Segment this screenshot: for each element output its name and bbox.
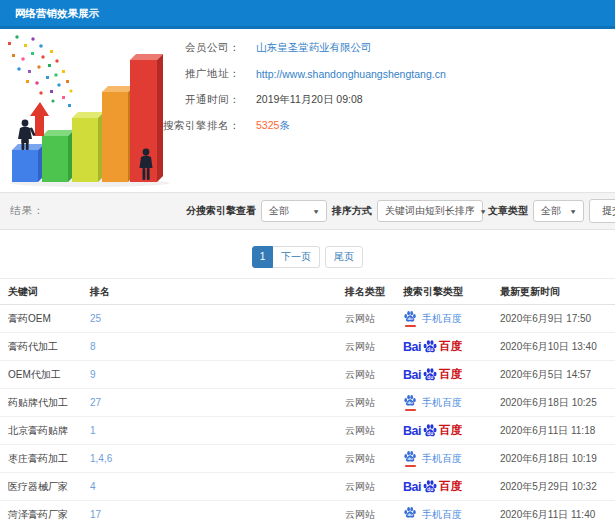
updated-cell: 2020年6月11日 11:40	[500, 508, 615, 520]
keyword-cell: 药贴牌代加工	[8, 396, 90, 410]
engine-filter-select[interactable]: 全部 ▼	[261, 200, 327, 222]
baidu-paw-icon: du	[422, 339, 438, 355]
rank-count-label: 搜索引擎排名：	[130, 119, 240, 133]
rank-cell[interactable]: 1	[90, 425, 345, 436]
table-row: 膏药代加工 8 云网站 du Bai	[0, 333, 615, 361]
dropdown-arrow-icon: ▼	[479, 208, 487, 215]
table-row: 北京膏药贴牌 1 云网站 du Bai	[0, 417, 615, 445]
red-underline	[405, 409, 416, 411]
keyword-cell: OEM代加工	[8, 368, 90, 382]
rank-type-cell: 云网站	[345, 508, 403, 520]
keyword-cell: 菏泽膏药厂家	[8, 508, 90, 520]
baidu-logo-cn: 百度	[439, 479, 462, 494]
engine-cell: du 手机百度 du	[403, 394, 500, 411]
filter-controls: 分搜索引擎查看 全部 ▼ 排序方式 关键词由短到长排序 ▼ 文章类型 全部 ▼ …	[186, 199, 615, 223]
mobile-baidu-badge: du 手机百度	[403, 450, 462, 467]
rank-type-cell: 云网站	[345, 452, 403, 466]
rank-type-cell: 云网站	[345, 480, 403, 494]
col-rank-type: 排名类型	[345, 285, 403, 299]
article-type-select[interactable]: 全部 ▼	[533, 200, 584, 222]
engine-label: 手机百度	[422, 452, 462, 466]
baidu-logo-cn: 百度	[439, 423, 462, 438]
baidu-logo-latin: Bai	[403, 480, 421, 494]
rank-type-cell: 云网站	[345, 312, 403, 326]
engine-cell: du 手机百度 du	[403, 310, 500, 327]
rank-count-number: 5325	[256, 119, 279, 131]
svg-text:du: du	[407, 400, 413, 405]
baidu-logo-latin: Bai	[403, 340, 421, 354]
page-number-current[interactable]: 1	[252, 246, 273, 268]
table-row: 菏泽膏药厂家 17 云网站 du 手机百度	[0, 501, 615, 520]
last-page-button[interactable]: 尾页	[325, 246, 363, 268]
baidu-paw-icon: du	[422, 423, 438, 439]
baidu-logo: Bai du 百度	[403, 367, 462, 383]
svg-text:du: du	[427, 485, 433, 491]
mobile-baidu-badge: du 手机百度	[403, 506, 462, 520]
mobile-baidu-icon: du	[403, 450, 417, 467]
rank-cell[interactable]: 8	[90, 341, 345, 352]
company-label: 会员公司：	[130, 41, 240, 55]
rank-cell[interactable]: 9	[90, 369, 345, 380]
page: 网络营销效果展示	[0, 0, 615, 520]
updated-cell: 2020年6月18日 10:19	[500, 452, 615, 466]
updated-cell: 2020年5月29日 10:32	[500, 480, 615, 494]
col-keyword: 关键词	[8, 285, 90, 299]
rank-cell[interactable]: 17	[90, 509, 345, 520]
baidu-logo: Bai du 百度	[403, 423, 462, 439]
rank-cell[interactable]: 4	[90, 481, 345, 492]
baidu-logo-cn: 百度	[439, 367, 462, 382]
keyword-cell: 枣庄膏药加工	[8, 452, 90, 466]
submit-button[interactable]: 提交	[589, 199, 615, 223]
engine-cell: du Bai du 百度	[403, 367, 500, 383]
sort-select[interactable]: 关键词由短到长排序 ▼	[377, 200, 483, 222]
next-page-button[interactable]: 下一页	[273, 246, 320, 268]
rank-count-unit-link[interactable]: 条	[279, 119, 290, 131]
svg-text:du: du	[427, 429, 433, 435]
baidu-paw-icon: du	[422, 479, 438, 495]
results-table: 关键词 排名 排名类型 搜索引擎类型 最新更新时间 膏药OEM 25 云网站 d…	[0, 278, 615, 520]
field-rank-count: 搜索引擎排名： 5325条	[130, 113, 446, 139]
engine-cell: du 手机百度 du	[403, 506, 500, 520]
field-promo-url: 推广地址： http://www.shandonghuangshengtang.…	[130, 61, 446, 87]
rank-type-cell: 云网站	[345, 368, 403, 382]
rank-type-cell: 云网站	[345, 340, 403, 354]
engine-label: 手机百度	[422, 508, 462, 520]
company-link[interactable]: 山东皇圣堂药业有限公司	[256, 41, 372, 55]
mobile-baidu-badge: du 手机百度	[403, 310, 462, 327]
pagination: 1 下一页 尾页	[0, 246, 615, 268]
sort-label: 排序方式	[332, 204, 372, 218]
svg-text:du: du	[407, 456, 413, 461]
red-underline	[405, 325, 416, 327]
table-row: 枣庄膏药加工 1,4,6 云网站 du 手机百度	[0, 445, 615, 473]
baidu-logo-latin: Bai	[403, 424, 421, 438]
table-header-row: 关键词 排名 排名类型 搜索引擎类型 最新更新时间	[0, 278, 615, 305]
engine-cell: du Bai du 百度	[403, 479, 500, 495]
updated-cell: 2020年6月18日 10:25	[500, 396, 615, 410]
svg-text:du: du	[407, 512, 413, 517]
field-open-time: 开通时间： 2019年11月20日 09:08	[130, 87, 446, 113]
table-body: 膏药OEM 25 云网站 du 手机百度	[0, 305, 615, 520]
dropdown-arrow-icon: ▼	[569, 208, 577, 215]
mobile-baidu-icon: du	[403, 310, 417, 327]
col-rank: 排名	[90, 285, 345, 299]
article-type-label: 文章类型	[488, 204, 528, 218]
engine-cell: du Bai du 百度	[403, 423, 500, 439]
updated-cell: 2020年6月10日 13:40	[500, 340, 615, 354]
rank-count-value: 5325条	[256, 119, 290, 133]
promo-url-link[interactable]: http://www.shandonghuangshengtang.cn	[256, 68, 446, 80]
header-bar: 网络营销效果展示	[0, 0, 615, 29]
rank-type-cell: 云网站	[345, 396, 403, 410]
rank-cell[interactable]: 1,4,6	[90, 453, 345, 464]
mobile-baidu-icon: du	[403, 394, 417, 411]
keyword-cell: 医疗器械厂家	[8, 480, 90, 494]
table-row: 膏药OEM 25 云网站 du 手机百度	[0, 305, 615, 333]
rank-cell[interactable]: 27	[90, 397, 345, 408]
rank-cell[interactable]: 25	[90, 313, 345, 324]
keyword-cell: 膏药代加工	[8, 340, 90, 354]
confetti-dots	[8, 35, 73, 107]
field-company: 会员公司： 山东皇圣堂药业有限公司	[130, 35, 446, 61]
baidu-paw-icon: du	[422, 367, 438, 383]
engine-cell: du 手机百度 du	[403, 450, 500, 467]
baidu-logo: Bai du 百度	[403, 339, 462, 355]
keyword-cell: 北京膏药贴牌	[8, 424, 90, 438]
